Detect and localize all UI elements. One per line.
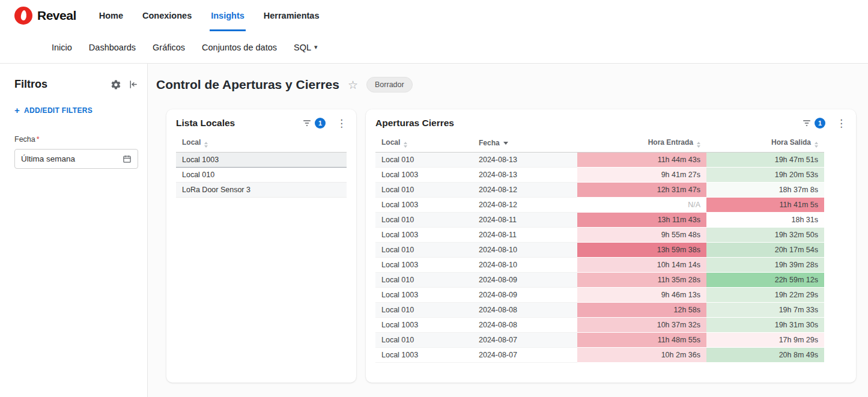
- subnav-item-label: Dashboards: [89, 43, 136, 52]
- filters-title: Filtros: [14, 78, 47, 91]
- cell-fecha: 2024-08-07: [473, 348, 577, 363]
- table-row[interactable]: Local 10032024-08-0710h 2m 36s20h 8m 49s: [375, 348, 824, 363]
- cell-local: Local 010: [176, 168, 347, 183]
- cell-hora-entrada: 12h 31m 47s: [577, 183, 706, 198]
- calendar-icon: [123, 154, 132, 163]
- favorite-star-icon[interactable]: ☆: [348, 79, 358, 91]
- filter-icon: [302, 118, 312, 128]
- column-header-label: Fecha: [479, 139, 500, 147]
- cell-hora-entrada: 10h 37m 32s: [577, 318, 706, 333]
- cell-local: Local 010: [375, 183, 473, 198]
- cell-local: Local 1003: [375, 288, 473, 303]
- cell-hora-salida: 18h 31s: [706, 213, 824, 228]
- reveal-logo-icon: [14, 7, 32, 25]
- top-navigation-bar: Reveal HomeConexionesInsightsHerramienta…: [0, 0, 868, 31]
- sort-icon: [404, 142, 407, 148]
- secondary-nav: InicioDashboardsGráficosConjuntos de dat…: [0, 31, 868, 64]
- cell-local: Local 1003: [375, 228, 473, 243]
- table-row[interactable]: Local 0102024-08-1212h 31m 47s18h 37m 8s: [375, 183, 824, 198]
- cell-hora-salida: 18h 37m 8s: [706, 183, 824, 198]
- cell-hora-entrada: 11h 44m 43s: [577, 153, 706, 168]
- subnav-item-inicio[interactable]: Inicio: [52, 43, 72, 52]
- subnav-item-dashboards[interactable]: Dashboards: [89, 43, 136, 52]
- cell-hora-entrada: 9h 46m 13s: [577, 288, 706, 303]
- sort-icon: [697, 142, 700, 148]
- table-row[interactable]: Local 0102024-08-1013h 59m 38s20h 17m 54…: [375, 243, 824, 258]
- cell-local: Local 010: [375, 303, 473, 318]
- cell-fecha: 2024-08-07: [473, 333, 577, 348]
- cell-hora-entrada: 13h 59m 38s: [577, 243, 706, 258]
- table-row[interactable]: Local 10032024-08-139h 41m 27s19h 20m 53…: [375, 168, 824, 183]
- subnav-item-sql[interactable]: SQL▾: [294, 43, 318, 52]
- column-header-label: Local: [182, 138, 201, 147]
- cell-local: LoRa Door Sensor 3: [176, 183, 347, 198]
- cell-hora-salida: 19h 32m 50s: [706, 228, 824, 243]
- plus-icon: +: [14, 105, 20, 115]
- cell-hora-salida: 19h 7m 33s: [706, 303, 824, 318]
- cell-local: Local 010: [375, 333, 473, 348]
- column-header-fecha[interactable]: Fecha: [473, 136, 577, 153]
- topnav-item-herramientas[interactable]: Herramientas: [263, 0, 321, 31]
- topnav-item-home[interactable]: Home: [98, 0, 124, 31]
- subnav-item-gr-ficos[interactable]: Gráficos: [153, 43, 185, 52]
- table-row[interactable]: Local 0102024-08-0911h 35m 28s22h 59m 12…: [375, 273, 824, 288]
- table-row[interactable]: Local 0102024-08-0711h 48m 55s17h 9m 29s: [375, 333, 824, 348]
- locales-filter-button[interactable]: 1: [302, 118, 326, 129]
- table-row[interactable]: Local 0102024-08-0812h 58s19h 7m 33s: [375, 303, 824, 318]
- cell-hora-salida: 11h 41m 5s: [706, 198, 824, 213]
- lista-locales-card: Lista Locales 1 ⋮ LocalLocal 1003Local 0…: [166, 109, 356, 383]
- cell-hora-entrada: 9h 41m 27s: [577, 168, 706, 183]
- fecha-label: Fecha*: [14, 135, 40, 144]
- table-row[interactable]: Local 0102024-08-1311h 44m 43s19h 47m 51…: [375, 153, 824, 168]
- table-row[interactable]: Local 10032024-08-099h 46m 13s19h 22m 29…: [375, 288, 824, 303]
- topnav-item-insights[interactable]: Insights: [210, 0, 246, 31]
- table-row[interactable]: Local 10032024-08-119h 55m 48s19h 32m 50…: [375, 228, 824, 243]
- cell-fecha: 2024-08-12: [473, 183, 577, 198]
- filter-count-badge: 1: [815, 118, 825, 129]
- lista-locales-title: Lista Locales: [176, 118, 235, 129]
- fecha-filter-field: Fecha* Última semana: [14, 133, 138, 169]
- sort-desc-icon: [503, 142, 508, 145]
- gear-icon: [111, 79, 121, 90]
- column-header-hora-salida[interactable]: Hora Salida: [706, 136, 824, 153]
- page-title: Control de Aperturas y Cierres: [156, 77, 339, 92]
- cell-local: Local 1003: [375, 258, 473, 273]
- add-edit-filters-button[interactable]: + ADD/EDIT FILTERS: [14, 105, 93, 115]
- subnav-item-label: Conjuntos de datos: [202, 43, 277, 52]
- cell-hora-entrada: 12h 58s: [577, 303, 706, 318]
- reveal-logo[interactable]: Reveal: [14, 7, 76, 25]
- column-header-hora-entrada[interactable]: Hora Entrada: [577, 136, 706, 153]
- column-header-local[interactable]: Local: [176, 136, 347, 153]
- table-row[interactable]: Local 0102024-08-1113h 11m 43s18h 31s: [375, 213, 824, 228]
- table-row[interactable]: Local 10032024-08-1010h 14m 14s19h 39m 2…: [375, 258, 824, 273]
- collapse-sidebar-button[interactable]: [128, 79, 138, 89]
- filters-settings-button[interactable]: [111, 79, 121, 90]
- table-row[interactable]: Local 1003: [176, 153, 347, 168]
- subnav-item-label: Inicio: [52, 43, 72, 52]
- kebab-menu-icon[interactable]: ⋮: [336, 118, 347, 129]
- topnav-item-conexiones[interactable]: Conexiones: [141, 0, 193, 31]
- cell-hora-salida: 19h 47m 51s: [706, 153, 824, 168]
- table-row[interactable]: Local 10032024-08-12N/A11h 41m 5s: [375, 198, 824, 213]
- cell-hora-entrada: 9h 55m 48s: [577, 228, 706, 243]
- aperturas-filter-button[interactable]: 1: [802, 118, 825, 129]
- sort-icon: [815, 142, 818, 148]
- brand-name: Reveal: [37, 8, 76, 23]
- cell-local: Local 1003: [375, 198, 473, 213]
- cell-local: Local 1003: [176, 153, 347, 168]
- table-row[interactable]: LoRa Door Sensor 3: [176, 183, 347, 198]
- filter-count-badge: 1: [315, 118, 326, 129]
- cell-hora-salida: 19h 22m 29s: [706, 288, 824, 303]
- kebab-menu-icon[interactable]: ⋮: [836, 118, 846, 129]
- table-row[interactable]: Local 10032024-08-0810h 37m 32s19h 31m 3…: [375, 318, 824, 333]
- table-row[interactable]: Local 010: [176, 168, 347, 183]
- cell-fecha: 2024-08-09: [473, 288, 577, 303]
- cell-fecha: 2024-08-11: [473, 228, 577, 243]
- subnav-item-conjuntos-de-datos[interactable]: Conjuntos de datos: [202, 43, 277, 52]
- fecha-select[interactable]: Última semana: [14, 149, 138, 169]
- aperturas-cierres-table: LocalFechaHora EntradaHora SalidaLocal 0…: [375, 136, 824, 363]
- cell-hora-salida: 17h 9m 29s: [706, 333, 824, 348]
- cell-hora-salida: 19h 20m 53s: [706, 168, 824, 183]
- column-header-local[interactable]: Local: [375, 136, 473, 153]
- aperturas-cierres-card: Aperturas Cierres 1 ⋮ LocalFechaHora Ent…: [366, 109, 856, 383]
